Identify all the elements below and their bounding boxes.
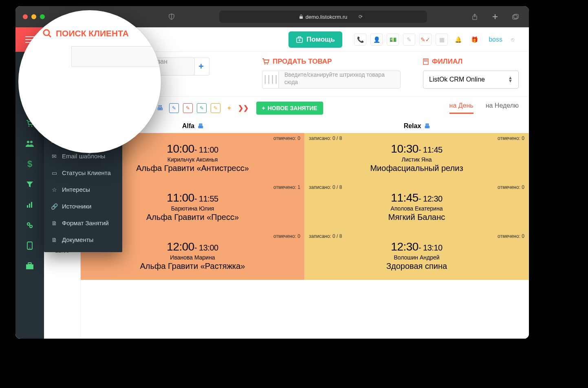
check-edit-icon[interactable]: ✎✓ <box>419 33 432 46</box>
submenu-item-format[interactable]: 🗎Формат Занятий <box>44 215 122 231</box>
branch-select[interactable]: ListOk CRM Online ▲▼ <box>423 71 519 89</box>
tab-day[interactable]: на День <box>449 102 473 114</box>
search-input-zoomed[interactable] <box>71 46 161 67</box>
svg-rect-31 <box>425 60 426 60</box>
new-lesson-button[interactable]: + НОВОЕ ЗАНЯТИЕ <box>256 102 323 115</box>
medkit-icon <box>296 36 303 43</box>
room-header-relax: Relax🖶 <box>305 119 529 133</box>
svg-point-11 <box>31 126 33 127</box>
svg-point-17 <box>27 223 30 225</box>
cash-icon[interactable]: 💵 <box>387 33 399 46</box>
svg-line-37 <box>48 35 51 37</box>
svg-rect-34 <box>425 61 426 62</box>
plus-icon: + <box>262 105 265 111</box>
gift-icon[interactable]: 🎁 <box>468 33 480 46</box>
lesson-cell[interactable]: записано: 0 / 8 отмечено: 0 11:45- 12:30… <box>305 182 529 231</box>
svg-point-36 <box>44 30 49 35</box>
add-client-button[interactable]: + <box>193 58 209 75</box>
magnifier-overlay: ПОИСК КЛИЕНТА <box>18 10 161 153</box>
svg-point-12 <box>27 141 29 143</box>
url-text: demo.listokcrm.ru <box>306 14 348 20</box>
lock-icon <box>299 14 303 19</box>
rail-mobile-icon[interactable] <box>15 235 44 256</box>
select-arrows-icon: ▲▼ <box>508 76 513 82</box>
svg-text:⟳: ⟳ <box>359 14 363 20</box>
print-icon[interactable]: 🖶 <box>198 123 203 129</box>
branch-column: ФИЛИАЛ ListOk CRM Online ▲▼ <box>423 58 519 89</box>
edit-red-icon[interactable]: ✎ <box>183 103 193 113</box>
share-icon[interactable] <box>469 11 481 23</box>
svg-rect-33 <box>424 61 425 62</box>
submenu-item-interests[interactable]: ☆Интересы <box>44 181 122 198</box>
lesson-cell[interactable]: записано: 0 / 8 отмечено: 0 12:30- 13:10… <box>305 231 529 280</box>
submenu-item-contracts[interactable]: 🗎Договоры <box>44 248 122 252</box>
edit-icon[interactable]: ✎ <box>403 33 415 46</box>
edit-orange-icon[interactable]: ✎ <box>211 103 220 113</box>
print-icon[interactable]: 🖶 <box>424 123 430 129</box>
maximize-icon[interactable] <box>40 14 45 19</box>
tabs-icon[interactable] <box>509 11 522 23</box>
view-tabs: на День на Неделю <box>449 102 519 114</box>
shield-icon[interactable] <box>165 11 178 23</box>
scan-icon[interactable]: ⌖ <box>225 103 234 113</box>
help-label: Помощь <box>306 35 335 44</box>
window-controls <box>23 14 45 19</box>
lesson-cell[interactable]: записано: 0 / 8 отмечено: 0 10:30- 11:45… <box>305 133 529 182</box>
sell-heading: ПРОДАТЬ ТОВАР <box>262 58 413 66</box>
rail-funnel-icon[interactable] <box>15 174 44 195</box>
svg-point-18 <box>30 225 32 228</box>
svg-point-13 <box>30 141 33 143</box>
edit-green-icon[interactable]: ✎ <box>197 103 207 113</box>
star-icon: ☆ <box>51 186 58 193</box>
svg-rect-15 <box>29 204 30 208</box>
cart-icon <box>262 58 269 65</box>
new-tab-icon[interactable] <box>489 11 501 23</box>
reload-icon[interactable]: ⟳ <box>359 14 370 20</box>
submenu-item-docs[interactable]: 🗎Документы <box>44 231 122 248</box>
minimize-icon[interactable] <box>31 14 36 19</box>
link-icon: 🔗 <box>51 203 58 210</box>
svg-point-10 <box>29 126 30 127</box>
tab-week[interactable]: на Неделю <box>486 102 519 114</box>
svg-rect-35 <box>427 61 427 62</box>
svg-rect-21 <box>26 264 33 269</box>
svg-rect-14 <box>27 205 28 208</box>
user-label[interactable]: boss <box>489 36 502 43</box>
svg-rect-24 <box>298 37 301 38</box>
rail-group-icon[interactable] <box>15 133 44 154</box>
file-icon: 🗎 <box>51 220 58 226</box>
submenu-item-sources[interactable]: 🔗Источники <box>44 198 122 215</box>
tag-icon: ▭ <box>51 170 58 176</box>
rail-money-icon[interactable]: $ <box>15 154 44 174</box>
contact-icon[interactable]: 👤 <box>370 33 383 46</box>
svg-point-20 <box>29 248 30 248</box>
svg-rect-22 <box>28 263 31 264</box>
sell-column: ПРОДАТЬ ТОВАР ⎮⎮⎮⎮ Введите/сканируйте шт… <box>262 58 413 89</box>
building-icon <box>423 58 429 65</box>
fast-forward-icon[interactable]: ❯❯ <box>238 103 248 113</box>
rail-stats-icon[interactable] <box>15 195 44 215</box>
bell-icon[interactable]: 🔔 <box>452 33 464 46</box>
calendar-icon[interactable]: ▦ <box>436 33 448 46</box>
help-button[interactable]: Помощь <box>288 31 342 48</box>
submenu-item-statuses[interactable]: ▭Статусы Клиента <box>44 164 122 181</box>
svg-rect-16 <box>31 202 32 208</box>
branch-heading: ФИЛИАЛ <box>423 58 519 66</box>
svg-point-27 <box>264 64 266 65</box>
phone-icon[interactable]: 📞 <box>354 33 366 46</box>
address-bar[interactable]: demo.listokcrm.ru ⟳ <box>219 11 427 23</box>
barcode-icon: ⎮⎮⎮⎮ <box>262 71 278 89</box>
document-icon: 🗎 <box>51 237 58 243</box>
svg-rect-3 <box>300 16 303 19</box>
room-column-relax: записано: 0 / 8 отмечено: 0 10:30- 11:45… <box>305 133 529 339</box>
mail-icon: ✉ <box>51 153 58 160</box>
logout-icon[interactable]: ⎋ <box>507 33 519 46</box>
search-icon <box>43 29 52 38</box>
edit-blue-icon[interactable]: ✎ <box>169 103 179 113</box>
rail-settings-icon[interactable] <box>15 215 44 235</box>
svg-point-28 <box>267 64 268 65</box>
close-icon[interactable] <box>23 14 28 19</box>
rail-briefcase-icon[interactable] <box>15 256 44 276</box>
search-heading: ПОИСК КЛИЕНТА <box>43 29 129 38</box>
barcode-input[interactable]: Введите/сканируйте штрихкод товара сюда <box>278 71 401 89</box>
